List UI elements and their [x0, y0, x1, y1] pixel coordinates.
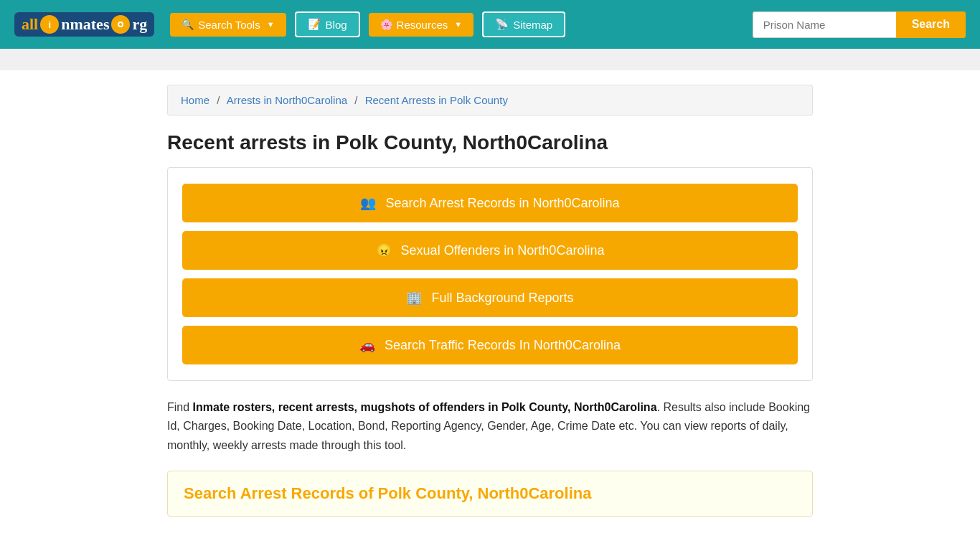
sitemap-icon: 📡 [495, 18, 509, 31]
breadcrumb-sep2: / [354, 94, 357, 106]
breadcrumb-sep1: / [217, 94, 220, 106]
breadcrumb-current: Recent Arrests in Polk County [365, 94, 508, 106]
prison-name-input[interactable] [753, 11, 896, 38]
logo-all: all [22, 15, 38, 34]
search-records-title: Search Arrest Records of Polk County, No… [184, 484, 796, 503]
car-icon: 🚗 [359, 338, 375, 352]
resources-label: Resources [397, 19, 448, 31]
sitemap-button[interactable]: 📡 Sitemap [482, 11, 565, 37]
breadcrumb-arrests[interactable]: Arrests in North0Carolina [227, 94, 347, 106]
search-tools-arrow-icon: ▼ [267, 20, 275, 29]
site-header: all i nmates rg 🔍 Search Tools ▼ 📝 Blog … [0, 0, 980, 49]
page-title: Recent arrests in Polk County, North0Car… [167, 131, 813, 154]
blog-button[interactable]: 📝 Blog [295, 11, 360, 37]
sub-header-bar [0, 49, 980, 70]
description-intro: Find [167, 401, 193, 413]
search-button[interactable]: Search [896, 11, 966, 38]
search-tools-icon: 🔍 [182, 19, 194, 30]
sitemap-label: Sitemap [513, 19, 552, 31]
prison-search-area: Search [753, 11, 966, 38]
site-logo[interactable]: all i nmates rg [14, 12, 154, 37]
svg-point-2 [119, 23, 122, 26]
sexual-offenders-label: Sexual Offenders in North0Carolina [401, 243, 605, 258]
logo-dot-badge [111, 15, 130, 34]
search-records-box: Search Arrest Records of Polk County, No… [167, 471, 813, 517]
search-tools-label: Search Tools [198, 19, 260, 31]
blog-label: Blog [326, 19, 347, 31]
resources-arrow-icon: ▼ [454, 20, 462, 29]
full-background-reports-label: Full Background Reports [431, 291, 573, 305]
blog-icon: 📝 [308, 18, 321, 31]
full-background-reports-button[interactable]: 🏢 Full Background Reports [182, 278, 798, 317]
main-content: Home / Arrests in North0Carolina / Recen… [146, 70, 834, 531]
resources-button[interactable]: 🌸 Resources ▼ [369, 13, 474, 37]
resources-icon: 🌸 [380, 19, 392, 30]
logo-org: rg [132, 15, 147, 34]
action-buttons-box: 👥 Search Arrest Records in North0Carolin… [167, 167, 813, 381]
description-bold: Inmate rosters, recent arrests, mugshots… [193, 401, 657, 413]
background-icon: 🏢 [406, 291, 422, 305]
breadcrumb-home[interactable]: Home [181, 94, 209, 106]
sexual-offenders-button[interactable]: 😠 Sexual Offenders in North0Carolina [182, 231, 798, 270]
breadcrumb: Home / Arrests in North0Carolina / Recen… [167, 85, 813, 116]
description-text: Find Inmate rosters, recent arrests, mug… [167, 398, 813, 455]
logo-badge: i [40, 15, 59, 34]
search-arrest-records-button[interactable]: 👥 Search Arrest Records in North0Carolin… [182, 184, 798, 222]
search-traffic-records-label: Search Traffic Records In North0Carolina [385, 338, 621, 352]
search-traffic-records-button[interactable]: 🚗 Search Traffic Records In North0Caroli… [182, 326, 798, 364]
people-icon: 👥 [360, 196, 376, 210]
search-tools-button[interactable]: 🔍 Search Tools ▼ [170, 13, 286, 37]
offender-icon: 😠 [376, 243, 392, 258]
search-arrest-records-label: Search Arrest Records in North0Carolina [385, 196, 619, 210]
logo-nmates: nmates [61, 15, 109, 34]
